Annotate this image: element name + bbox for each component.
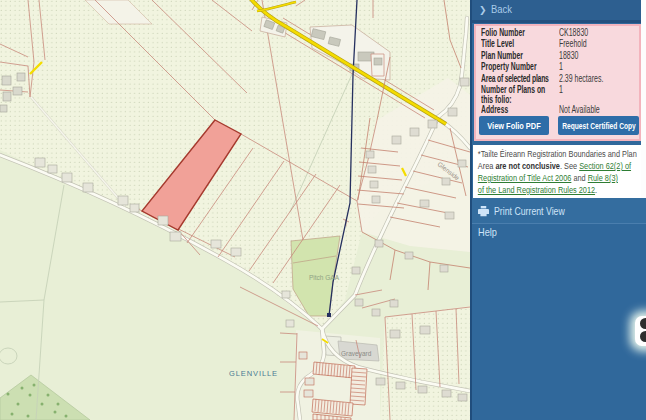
- svg-text:Graveyard: Graveyard: [341, 350, 372, 358]
- svg-text:GLENVILLE: GLENVILLE: [229, 369, 278, 378]
- svg-text:Pitch GAA: Pitch GAA: [309, 274, 340, 281]
